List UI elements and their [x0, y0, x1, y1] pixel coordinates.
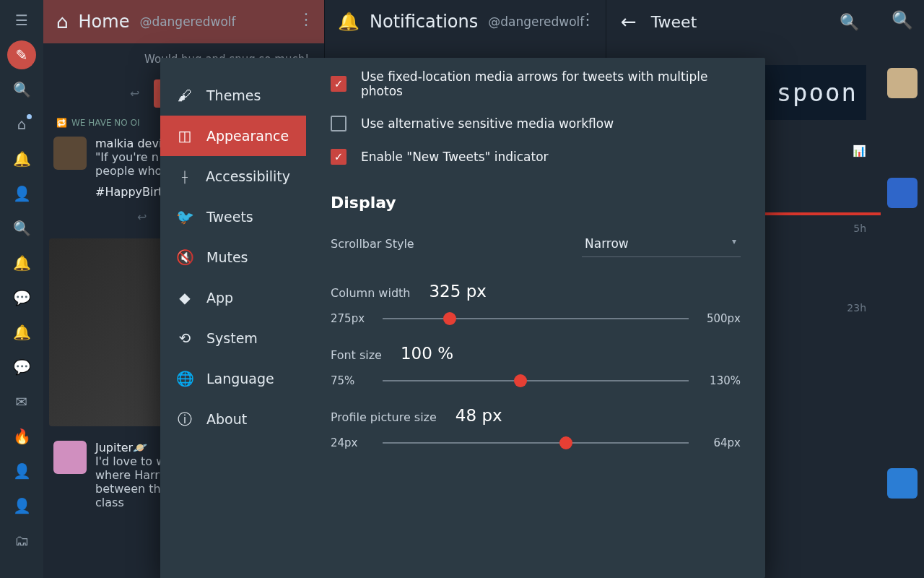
slider-track[interactable] [383, 380, 689, 381]
slider-value: 325 px [429, 282, 486, 301]
nav-label: System [206, 330, 258, 346]
column-handle: @dangeredwolf [488, 14, 584, 29]
slider-thumb[interactable] [559, 436, 572, 449]
column-options-icon[interactable]: ⋮ [580, 10, 596, 28]
settings-dialog: 🖌 Themes ◫ Appearance ⟊ Accessibility 🐦 … [160, 58, 765, 578]
avatar[interactable] [53, 441, 87, 474]
trending-icon[interactable]: 🔥 [7, 422, 36, 451]
bell-icon[interactable]: 🔔 [7, 144, 36, 173]
menu-icon[interactable]: ☰ [7, 6, 36, 35]
search-icon[interactable]: 🔍 [7, 75, 36, 104]
nav-app[interactable]: ◆ App [160, 277, 306, 318]
nav-label: Mutes [206, 249, 248, 265]
search-icon[interactable]: 🔍 [7, 214, 36, 243]
reply-icon[interactable]: ↩ [137, 210, 147, 224]
reply-icon[interactable]: ↩ [130, 87, 139, 100]
mute-icon: 🔇 [176, 249, 193, 266]
avatar[interactable] [887, 468, 918, 499]
nav-label: Accessibility [206, 168, 290, 184]
home-icon: ⌂ [56, 11, 69, 33]
nav-label: Tweets [206, 209, 253, 225]
checkbox-label: Enable "New Tweets" indicator [361, 150, 549, 164]
column-options-icon[interactable]: ⋮ [298, 10, 314, 28]
paint-roller-icon: 🖌 [176, 87, 193, 104]
slider-min: 75% [331, 374, 372, 387]
retweeted-by-text: WE HAVE NO OI [71, 118, 140, 128]
checkbox-new-tweets-indicator[interactable]: Enable "New Tweets" indicator [331, 140, 741, 173]
nav-accessibility[interactable]: ⟊ Accessibility [160, 156, 306, 197]
checkbox-alt-sensitive[interactable]: Use alternative sensitive media workflow [331, 107, 741, 140]
chat-icon[interactable]: 💬 [7, 283, 36, 312]
retweet-icon: 🔁 [56, 118, 67, 128]
home-icon[interactable]: ⌂ [7, 110, 36, 139]
checkbox-label: Use alternative sensitive media workflow [361, 116, 614, 131]
collections-icon[interactable]: 🗂 [7, 526, 36, 555]
search-icon[interactable]: 🔍 [892, 10, 913, 30]
bell-icon: 🔔 [338, 12, 359, 32]
nav-mutes[interactable]: 🔇 Mutes [160, 237, 306, 277]
checkbox-icon[interactable] [331, 149, 346, 165]
globe-icon: 🌐 [176, 370, 193, 387]
nav-label: App [206, 290, 233, 306]
slider-thumb[interactable] [443, 312, 456, 325]
column-title: Tweet [651, 13, 697, 31]
accessibility-icon: ⟊ [176, 168, 193, 185]
column-handle: @dangeredwolf [139, 14, 235, 29]
slider-min: 275px [331, 312, 372, 325]
nav-label: Appearance [206, 128, 289, 144]
twitter-bird-icon: 🐦 [176, 208, 193, 225]
info-icon: ⓘ [176, 410, 193, 428]
user-icon[interactable]: 👤 [7, 457, 36, 486]
bell-icon[interactable]: 🔔 [7, 249, 36, 277]
checkbox-label: Use fixed-location media arrows for twee… [361, 69, 741, 98]
nav-language[interactable]: 🌐 Language [160, 358, 306, 399]
slider-track[interactable] [383, 318, 689, 319]
search-icon[interactable]: 🔍 [840, 13, 859, 31]
slider-min: 24px [331, 436, 372, 449]
column-header-tweet: ← Tweet 🔍 [606, 0, 881, 43]
avatar[interactable] [887, 68, 918, 98]
right-sidebar: 🔍 [881, 0, 924, 578]
scrollbar-style-label: Scrollbar Style [331, 237, 414, 251]
compose-button[interactable]: ✎ [7, 40, 36, 69]
nav-label: Themes [206, 87, 261, 103]
user-icon[interactable]: 👤 [7, 179, 36, 208]
chat-icon[interactable]: 💬 [7, 353, 36, 381]
slider-font-size: Font size 100 % 75% 130% [331, 344, 741, 387]
nav-tweets[interactable]: 🐦 Tweets [160, 197, 306, 237]
slider-max: 500px [699, 312, 741, 325]
nav-label: About [206, 411, 247, 427]
settings-nav: 🖌 Themes ◫ Appearance ⟊ Accessibility 🐦 … [160, 58, 306, 578]
nav-about[interactable]: ⓘ About [160, 399, 306, 439]
stats-icon[interactable]: 📊 [853, 144, 866, 158]
checkbox-fixed-arrows[interactable]: Use fixed-location media arrows for twee… [331, 61, 741, 107]
app-icon: ◆ [176, 289, 193, 306]
bell-icon[interactable]: 🔔 [7, 318, 36, 347]
appearance-icon: ◫ [176, 127, 193, 144]
message-icon[interactable]: ✉ [7, 387, 36, 416]
slider-thumb[interactable] [514, 374, 527, 387]
user-icon[interactable]: 👤 [7, 491, 36, 520]
back-icon[interactable]: ← [621, 11, 637, 33]
avatar[interactable] [53, 137, 87, 170]
slider-max: 64px [699, 436, 741, 449]
slider-profile-picture-size: Profile picture size 48 px 24px 64px [331, 406, 741, 449]
column-header-home: ⌂ Home @dangeredwolf ⋮ [43, 0, 324, 43]
column-title: Home [79, 12, 130, 32]
avatar[interactable] [887, 178, 918, 208]
nav-label: Language [206, 371, 274, 387]
slider-label: Profile picture size [331, 410, 437, 424]
slider-label: Font size [331, 348, 382, 362]
timestamp: 23h [847, 302, 866, 314]
checkbox-icon[interactable] [331, 76, 346, 92]
nav-appearance[interactable]: ◫ Appearance [160, 116, 306, 156]
slider-track[interactable] [383, 442, 689, 444]
column-title: Notifications [370, 12, 478, 32]
tweet-author: Jupiter🪐 [95, 441, 147, 454]
section-heading-display: Display [331, 194, 741, 212]
checkbox-icon[interactable] [331, 116, 346, 131]
slider-value: 100 % [401, 344, 453, 363]
nav-themes[interactable]: 🖌 Themes [160, 75, 306, 116]
scrollbar-style-select[interactable]: Narrow [582, 230, 741, 257]
nav-system[interactable]: ⟲ System [160, 318, 306, 358]
